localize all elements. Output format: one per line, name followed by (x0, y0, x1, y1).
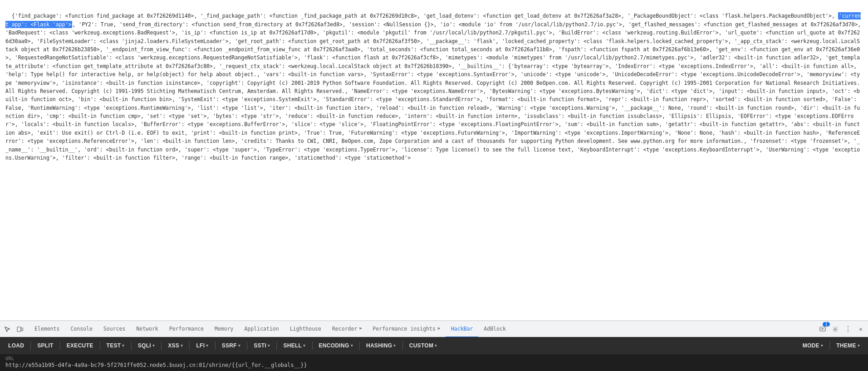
content-after-highlight: , 'PY2': True, 'send_from_directory': <f… (5, 21, 864, 161)
main-content: {'find_package': <function find_package … (0, 0, 868, 277)
content-before-highlight: {'find_package': <function find_package … (12, 13, 838, 19)
